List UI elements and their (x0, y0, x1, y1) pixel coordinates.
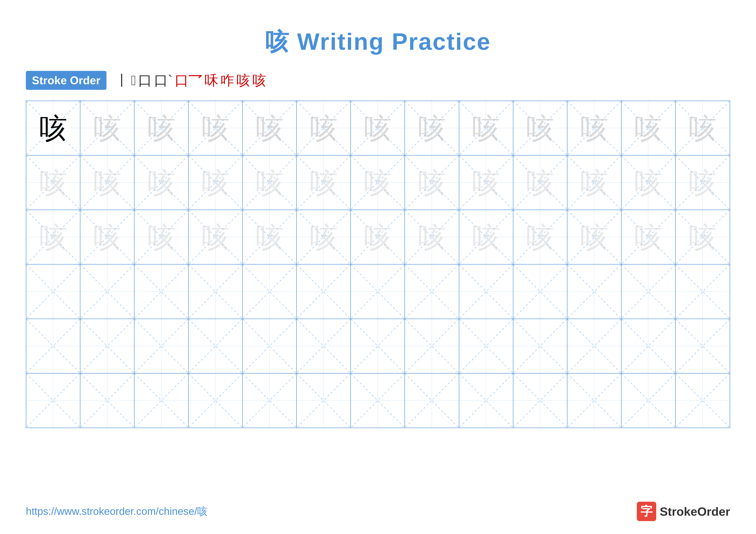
grid-cell[interactable]: 咳 (622, 101, 676, 155)
grid-cell[interactable]: 咳 (189, 101, 243, 155)
svg-line-116 (351, 319, 405, 373)
grid-cell[interactable]: 咳 (567, 156, 622, 210)
grid-cell[interactable]: 咳 (459, 156, 513, 210)
grid-cell[interactable]: 咳 (567, 101, 622, 155)
grid-cell[interactable]: 咳 (676, 101, 730, 155)
grid-cell[interactable] (567, 265, 622, 318)
grid-cell[interactable]: 咳 (405, 210, 459, 264)
grid-cell[interactable] (513, 373, 567, 428)
grid-cell[interactable]: 咳 (459, 101, 513, 155)
grid-cell[interactable]: 咳 (351, 101, 405, 155)
grid-cell[interactable]: 咳 (676, 156, 730, 210)
grid-cell[interactable] (622, 265, 676, 318)
grid-cell[interactable]: 咳 (297, 156, 351, 210)
grid-cell[interactable]: 咳 (243, 156, 297, 210)
grid-cell[interactable] (459, 265, 513, 318)
grid-cell[interactable] (134, 265, 189, 318)
char-light: 咳 (580, 114, 608, 142)
grid-cell[interactable] (189, 319, 243, 373)
svg-line-109 (134, 319, 188, 373)
grid-cell[interactable]: 咳 (80, 101, 134, 155)
grid-cell[interactable]: 咳 (134, 156, 189, 210)
grid-cell[interactable]: 咳 (513, 156, 567, 210)
grid-cell[interactable] (26, 319, 80, 373)
grid-cell[interactable]: 咳 (26, 210, 80, 264)
stroke-9: 咳 (252, 71, 266, 90)
grid-cell[interactable]: 咳 (405, 156, 459, 210)
footer-logo: 字 StrokeOrder (637, 502, 730, 521)
svg-line-117 (351, 319, 405, 373)
char-ghost: 咳 (39, 169, 67, 197)
grid-cell[interactable] (243, 265, 297, 318)
grid-cell[interactable] (351, 265, 405, 318)
grid-cell[interactable] (405, 319, 459, 373)
grid-cell[interactable] (189, 373, 243, 428)
grid-cell[interactable] (243, 373, 297, 428)
svg-line-111 (189, 319, 242, 373)
grid-cell[interactable]: 咳 (189, 156, 243, 210)
svg-line-129 (676, 319, 730, 373)
char-ghost: 咳 (364, 169, 392, 197)
grid-cell[interactable]: 咳 (189, 210, 243, 264)
grid-cell[interactable] (189, 265, 243, 318)
svg-line-100 (622, 265, 675, 318)
grid-cell[interactable]: 咳 (26, 101, 80, 155)
grid-cell[interactable]: 咳 (134, 101, 189, 155)
grid-cell[interactable] (459, 319, 513, 373)
grid-cell[interactable]: 咳 (26, 156, 80, 210)
grid-cell[interactable] (676, 373, 730, 428)
stroke-7: 咋 (221, 71, 234, 90)
grid-cell[interactable]: 咳 (134, 210, 189, 264)
logo-char: 字 (640, 503, 653, 520)
grid-cell[interactable]: 咳 (405, 101, 459, 155)
grid-cell[interactable] (567, 319, 622, 373)
grid-cell[interactable]: 咳 (513, 210, 567, 264)
grid-cell[interactable] (80, 265, 134, 318)
grid-cell[interactable] (80, 373, 134, 428)
grid-cell[interactable] (134, 319, 189, 373)
grid-cell[interactable]: 咳 (80, 156, 134, 210)
svg-line-105 (26, 319, 80, 373)
svg-line-130 (26, 373, 80, 428)
grid-cell[interactable] (676, 265, 730, 318)
grid-cell[interactable]: 咳 (80, 210, 134, 264)
grid-cell[interactable]: 咳 (622, 156, 676, 210)
grid-cell[interactable]: 咳 (297, 101, 351, 155)
char-light: 咳 (418, 114, 446, 142)
grid-cell[interactable] (80, 319, 134, 373)
grid-cell[interactable] (405, 265, 459, 318)
grid-cell[interactable]: 咳 (243, 210, 297, 264)
char-ghost: 咳 (39, 223, 67, 251)
footer-url[interactable]: https://www.strokeorder.com/chinese/咳 (26, 504, 207, 518)
grid-cell[interactable] (134, 373, 189, 428)
grid-cell[interactable]: 咳 (513, 101, 567, 155)
grid-cell[interactable] (513, 265, 567, 318)
grid-cell[interactable]: 咳 (459, 210, 513, 264)
grid-cell[interactable] (622, 319, 676, 373)
grid-cell[interactable]: 咳 (676, 210, 730, 264)
grid-cell[interactable] (351, 319, 405, 373)
grid-cell[interactable] (676, 319, 730, 373)
grid-cell[interactable] (297, 319, 351, 373)
grid-cell[interactable]: 咳 (243, 101, 297, 155)
grid-cell[interactable] (351, 373, 405, 428)
grid-cell[interactable]: 咳 (351, 156, 405, 210)
svg-line-151 (567, 373, 621, 428)
grid-cell[interactable] (622, 373, 676, 428)
grid-cell[interactable] (459, 373, 513, 428)
grid-cell[interactable] (297, 373, 351, 428)
grid-cell[interactable] (405, 373, 459, 428)
grid-cell[interactable] (26, 265, 80, 318)
grid-cell[interactable]: 咳 (622, 210, 676, 264)
grid-cell[interactable] (297, 265, 351, 318)
grid-cell[interactable] (567, 373, 622, 428)
grid-cell[interactable]: 咳 (567, 210, 622, 264)
grid-cell[interactable] (26, 373, 80, 428)
svg-line-79 (26, 265, 80, 318)
grid-cell[interactable]: 咳 (297, 210, 351, 264)
grid-cell[interactable] (513, 319, 567, 373)
grid-cell[interactable]: 咳 (351, 210, 405, 264)
svg-line-119 (405, 319, 459, 373)
grid-cell[interactable] (243, 319, 297, 373)
svg-line-91 (351, 265, 405, 318)
